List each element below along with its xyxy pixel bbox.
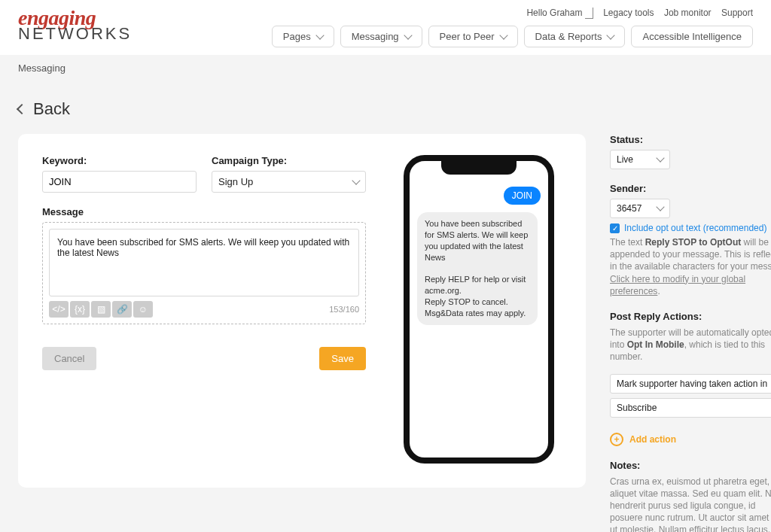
emoji-icon[interactable]: ☺ xyxy=(133,301,153,318)
status-select[interactable]: Live xyxy=(610,150,670,169)
chevron-left-icon xyxy=(17,104,27,114)
campaign-type-label: Campaign Type: xyxy=(212,155,366,166)
braces-icon[interactable]: {x} xyxy=(70,301,90,318)
link-legacy-tools[interactable]: Legacy tools xyxy=(596,8,654,18)
campaign-type-select[interactable]: Sign Up xyxy=(212,171,366,193)
chevron-down-icon xyxy=(656,202,664,211)
add-action-button[interactable]: + Add action xyxy=(610,433,771,446)
chevron-down-icon xyxy=(315,31,324,39)
chevron-down-icon xyxy=(404,31,412,39)
message-label: Message xyxy=(42,206,366,217)
user-greeting[interactable]: Hello Graham xyxy=(526,8,593,18)
back-button[interactable]: Back xyxy=(18,99,753,119)
sms-outgoing-bubble: JOIN xyxy=(504,187,541,205)
sms-incoming-bubble: You have been subscribed for SMS alerts.… xyxy=(417,212,538,325)
post-reply-label: Post Reply Actions: xyxy=(610,311,771,322)
link-icon[interactable]: 🔗 xyxy=(112,301,132,318)
image-icon[interactable]: ▧ xyxy=(91,301,111,318)
notes-label: Notes: xyxy=(610,460,771,471)
nav-data-reports[interactable]: Data & Reports xyxy=(524,26,626,47)
notes-text: Cras urna ex, euismod ut pharetra eget, … xyxy=(610,476,771,533)
cancel-button[interactable]: Cancel xyxy=(42,347,96,370)
nav-messaging[interactable]: Messaging xyxy=(340,26,422,47)
keyword-input[interactable] xyxy=(42,171,197,193)
action-select-2[interactable]: Subscribe xyxy=(610,398,771,418)
action-select-1[interactable]: Mark supporter having taken action in xyxy=(610,374,771,394)
nav-peer-to-peer[interactable]: Peer to Peer xyxy=(428,26,518,47)
chevron-down-icon xyxy=(607,31,615,39)
nav-accessible-intelligence[interactable]: Accessible Intelligence xyxy=(631,26,753,47)
sender-select[interactable]: 36457 xyxy=(610,199,670,218)
breadcrumb: Messaging xyxy=(0,55,771,81)
save-button[interactable]: Save xyxy=(319,347,366,370)
global-preferences-link[interactable]: Click here to modify in your global pref… xyxy=(610,274,745,296)
link-support[interactable]: Support xyxy=(714,8,753,18)
chevron-down-icon xyxy=(656,154,664,162)
sender-label: Sender: xyxy=(610,183,771,194)
status-label: Status: xyxy=(610,134,771,145)
logo-line2: NETWORKS xyxy=(18,26,132,42)
chevron-down-icon xyxy=(499,31,507,39)
check-icon: ✓ xyxy=(610,223,620,233)
keyword-label: Keyword: xyxy=(42,155,197,166)
plus-icon: + xyxy=(610,433,623,446)
optout-checkbox[interactable]: ✓ Include opt out text (recommended) xyxy=(610,223,771,233)
link-job-monitor[interactable]: Job monitor xyxy=(657,8,712,18)
nav-pages[interactable]: Pages xyxy=(272,26,334,47)
char-counter: 153/160 xyxy=(329,305,359,314)
message-textarea[interactable]: You have been subscribed for SMS alerts.… xyxy=(49,229,359,296)
optout-description: The text Reply STOP to OptOut will be ap… xyxy=(610,236,771,297)
logo: engaging NETWORKS xyxy=(18,8,132,42)
code-icon[interactable]: </> xyxy=(49,301,69,318)
phone-notch xyxy=(441,161,517,175)
phone-preview: JOIN You have been subscribed for SMS al… xyxy=(404,155,554,464)
chevron-down-icon xyxy=(352,176,360,184)
chevron-down-icon xyxy=(585,8,593,19)
post-reply-description: The supporter will be automatically opte… xyxy=(610,327,771,363)
